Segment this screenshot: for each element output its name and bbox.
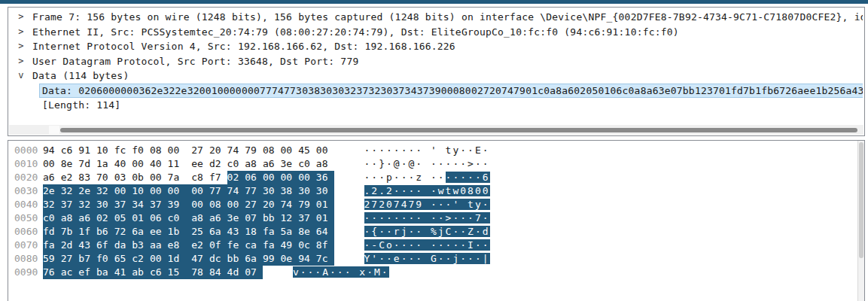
hex-byte[interactable]: 30 — [298, 184, 316, 198]
ascii-char[interactable]: 7 — [394, 199, 401, 210]
hex-byte[interactable]: 8e — [298, 225, 316, 239]
hex-byte[interactable]: fd — [43, 225, 61, 239]
ascii-char[interactable]: · — [416, 212, 423, 223]
ascii-char[interactable]: · — [386, 158, 394, 169]
hex-byte[interactable]: 01 — [132, 211, 150, 225]
hex-byte[interactable]: 08 — [209, 198, 227, 211]
ascii-char[interactable]: ' — [371, 253, 379, 264]
hex-byte[interactable]: 00 — [150, 171, 168, 184]
hex-byte[interactable]: 32 — [78, 198, 96, 211]
ascii-char[interactable]: · — [438, 199, 446, 210]
hex-byte[interactable]: 40 — [114, 157, 132, 171]
ascii-char[interactable]: · — [431, 199, 438, 210]
ascii-char[interactable]: · — [431, 158, 438, 169]
hex-byte[interactable]: 00 — [132, 157, 150, 171]
ascii-char[interactable]: · — [460, 172, 468, 183]
ascii-char[interactable]: · — [379, 212, 386, 223]
hex-byte[interactable]: ee — [191, 157, 209, 171]
hex-byte[interactable]: 06 — [150, 211, 168, 225]
ascii-char[interactable]: · — [452, 172, 460, 183]
ascii-char[interactable]: · — [308, 266, 315, 278]
ascii-char[interactable]: · — [468, 172, 475, 183]
ascii-char[interactable]: · — [438, 212, 446, 223]
ascii-char[interactable]: · — [431, 239, 438, 251]
hex-byte[interactable]: f0 — [96, 252, 114, 266]
ascii-char[interactable]: · — [401, 253, 409, 264]
hex-byte[interactable]: 5a — [281, 225, 299, 239]
hex-byte[interactable]: da — [114, 239, 132, 252]
hex-byte[interactable]: bb — [227, 252, 245, 266]
chevron-right-icon[interactable]: > — [14, 10, 28, 25]
hex-byte[interactable]: 2e — [78, 184, 96, 198]
ascii-char[interactable]: t — [446, 185, 453, 196]
ascii-char[interactable]: · — [386, 144, 394, 156]
ascii-char[interactable]: · — [345, 266, 352, 278]
hex-byte[interactable]: 01 — [316, 211, 334, 225]
chevron-down-icon[interactable]: v — [14, 68, 28, 84]
hex-byte[interactable]: 8e — [61, 157, 79, 171]
hex-byte[interactable]: 00 — [316, 144, 334, 157]
ascii-char[interactable]: · — [416, 185, 423, 196]
ascii-char[interactable]: · — [438, 253, 446, 264]
hex-byte[interactable]: 94 — [43, 144, 61, 157]
hex-byte[interactable]: 30 — [263, 184, 281, 198]
ascii-char[interactable]: · — [416, 253, 423, 264]
ascii-char[interactable] — [423, 239, 431, 251]
ascii-char[interactable]: t — [468, 199, 475, 210]
ascii-char[interactable]: · — [408, 239, 416, 251]
ascii-char[interactable]: · — [386, 212, 394, 223]
hex-byte[interactable]: a6 — [263, 157, 281, 171]
tree-row[interactable]: vData (114 bytes) — [8, 68, 863, 84]
ascii-char[interactable]: · — [483, 144, 490, 156]
ascii-char[interactable]: @ — [394, 158, 401, 169]
ascii-char[interactable] — [423, 212, 431, 223]
hex-byte[interactable]: 03 — [114, 171, 132, 184]
hex-byte[interactable]: 6a — [132, 225, 150, 239]
hex-byte[interactable]: 05 — [114, 211, 132, 225]
ascii-char[interactable]: Z — [468, 226, 475, 237]
ascii-char[interactable] — [423, 185, 431, 196]
ascii-char[interactable]: 2 — [379, 199, 386, 210]
hex-byte[interactable]: 00 — [281, 171, 299, 184]
ascii-char[interactable]: · — [408, 226, 416, 237]
ascii-char[interactable]: t — [446, 144, 453, 156]
hex-byte[interactable]: 18 — [245, 225, 263, 239]
ascii-char[interactable]: · — [401, 172, 409, 183]
chevron-right-icon[interactable]: > — [14, 25, 28, 40]
ascii-char[interactable]: % — [431, 226, 438, 237]
ascii-char[interactable]: y — [452, 144, 460, 156]
hex-byte[interactable]: 00 — [114, 184, 132, 198]
hex-byte[interactable]: dc — [209, 252, 227, 266]
hex-row[interactable]: 009076acefba41abc61578844d07v···A··· x·M… — [8, 266, 490, 279]
ascii-char[interactable]: · — [379, 144, 386, 156]
hex-byte[interactable]: aa — [150, 239, 168, 252]
hex-byte[interactable]: 27 — [245, 198, 263, 211]
hex-byte[interactable]: 02 — [96, 211, 114, 225]
ascii-char[interactable]: · — [431, 212, 438, 223]
horizontal-scrollbar-thumb[interactable] — [60, 128, 857, 132]
ascii-char[interactable]: · — [446, 239, 453, 251]
ascii-char[interactable]: { — [371, 226, 379, 237]
hex-byte[interactable]: 74 — [281, 198, 299, 211]
ascii-char[interactable]: G — [431, 253, 438, 264]
hex-byte[interactable]: 32 — [43, 198, 61, 211]
ascii-char[interactable]: · — [438, 172, 446, 183]
hex-byte[interactable]: ba — [96, 266, 114, 279]
ascii-char[interactable]: · — [371, 212, 379, 223]
ascii-char[interactable]: · — [364, 144, 372, 156]
hex-byte[interactable]: 34 — [132, 198, 150, 211]
hex-byte[interactable]: 08 — [150, 144, 168, 157]
hex-byte[interactable]: 37 — [114, 198, 132, 211]
hex-byte[interactable]: c0 — [298, 157, 316, 171]
hex-byte[interactable]: 10 — [96, 144, 114, 157]
hex-byte[interactable]: 8f — [316, 239, 334, 252]
ascii-char[interactable]: ' — [452, 199, 460, 210]
ascii-char[interactable]: · — [431, 185, 438, 196]
tree-row[interactable]: >Internet Protocol Version 4, Src: 192.1… — [8, 39, 863, 54]
ascii-char[interactable]: · — [408, 185, 416, 196]
ascii-char[interactable]: · — [408, 172, 416, 183]
ascii-char[interactable]: · — [379, 226, 386, 237]
ascii-char[interactable]: 0 — [460, 185, 468, 196]
ascii-char[interactable] — [438, 144, 446, 156]
ascii-char[interactable]: y — [475, 199, 483, 210]
